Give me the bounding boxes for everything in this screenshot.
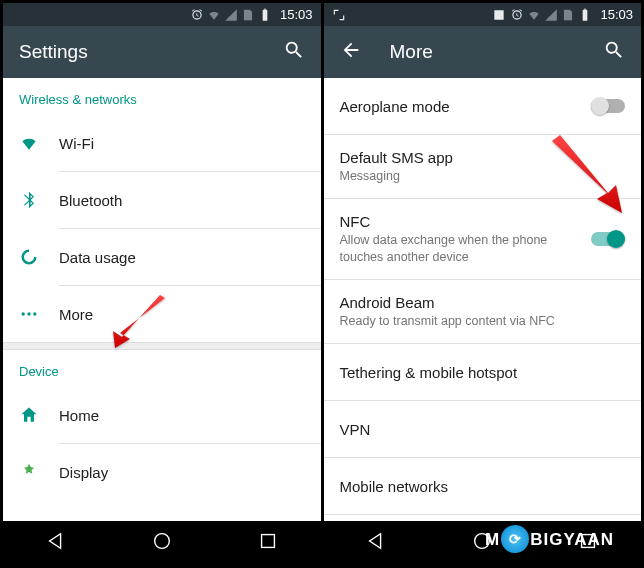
row-wifi[interactable]: Wi-Fi	[3, 115, 321, 171]
search-icon	[283, 39, 305, 61]
wifi-icon	[19, 133, 39, 153]
section-wireless: Wireless & networks	[3, 78, 321, 115]
search-button[interactable]	[603, 39, 625, 65]
wifi-icon	[527, 8, 541, 22]
watermark: M⟳BIGYAAN	[485, 526, 614, 554]
display-icon	[19, 462, 39, 482]
nav-back[interactable]	[45, 530, 67, 556]
svg-point-1	[27, 312, 30, 315]
arrow-back-icon	[340, 39, 362, 61]
battery-icon	[258, 8, 272, 22]
back-button[interactable]	[340, 39, 362, 65]
row-datausage[interactable]: Data usage	[3, 229, 321, 285]
row-more[interactable]: More	[3, 286, 321, 342]
nav-recent[interactable]	[257, 530, 279, 556]
row-aeroplane[interactable]: Aeroplane mode	[324, 78, 642, 134]
image-icon	[492, 8, 506, 22]
row-mobilenet[interactable]: Mobile networks	[324, 458, 642, 514]
status-bar: 15:03	[3, 3, 321, 26]
row-sms[interactable]: Default SMS app Messaging	[324, 135, 642, 198]
clock: 15:03	[280, 7, 313, 22]
svg-point-0	[22, 312, 25, 315]
row-vpn[interactable]: VPN	[324, 401, 642, 457]
page-title: Settings	[19, 41, 283, 63]
row-home[interactable]: Home	[3, 387, 321, 443]
svg-rect-4	[261, 535, 274, 548]
home-icon	[19, 405, 39, 425]
section-device: Device	[3, 350, 321, 387]
settings-list: Wireless & networks Wi-Fi Bluetooth Data…	[3, 78, 321, 521]
nav-home[interactable]	[151, 530, 173, 556]
phone-left: 15:03 Settings Wireless & networks Wi-Fi…	[3, 3, 321, 565]
row-tethering[interactable]: Tethering & mobile hotspot	[324, 344, 642, 400]
svg-point-3	[154, 534, 169, 549]
search-button[interactable]	[283, 39, 305, 65]
alarm-icon	[510, 8, 524, 22]
svg-point-2	[33, 312, 36, 315]
row-display[interactable]: Display	[3, 444, 321, 500]
switch-aeroplane[interactable]	[591, 99, 625, 113]
battery-icon	[578, 8, 592, 22]
app-bar: Settings	[3, 26, 321, 78]
row-bluetooth[interactable]: Bluetooth	[3, 172, 321, 228]
nav-back[interactable]	[365, 530, 387, 556]
nav-bar	[3, 521, 321, 565]
phone-right: 15:03 More Aeroplane mode Default SMS ap…	[324, 3, 642, 565]
search-icon	[603, 39, 625, 61]
row-nfc[interactable]: NFC Allow data exchange when the phone t…	[324, 199, 642, 279]
bluetooth-icon	[19, 190, 39, 210]
more-horiz-icon	[19, 304, 39, 324]
row-emergency[interactable]: Emergency broadcasts	[324, 515, 642, 521]
status-bar: 15:03	[324, 3, 642, 26]
data-usage-icon	[19, 247, 39, 267]
screenshot-icon	[332, 8, 346, 22]
wifi-icon	[207, 8, 221, 22]
row-beam[interactable]: Android Beam Ready to transmit app conte…	[324, 280, 642, 343]
nosim-icon	[561, 8, 575, 22]
nosim-icon	[241, 8, 255, 22]
alarm-icon	[190, 8, 204, 22]
clock: 15:03	[600, 7, 633, 22]
signal-icon	[224, 8, 238, 22]
page-title: More	[390, 41, 604, 63]
signal-icon	[544, 8, 558, 22]
switch-nfc[interactable]	[591, 232, 625, 246]
more-list: Aeroplane mode Default SMS app Messaging…	[324, 78, 642, 521]
app-bar: More	[324, 26, 642, 78]
